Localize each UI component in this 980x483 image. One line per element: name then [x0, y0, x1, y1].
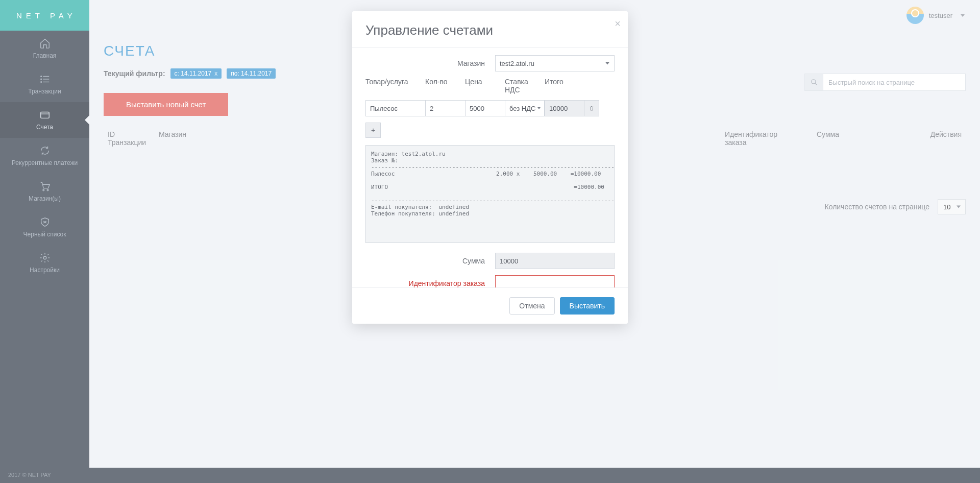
- add-row-button[interactable]: +: [365, 123, 381, 138]
- invoice-preview: [365, 145, 615, 243]
- sum-label: Сумма: [365, 257, 495, 265]
- shop-label: Магазин: [365, 59, 495, 67]
- delete-row-button[interactable]: [584, 100, 599, 116]
- product-input[interactable]: [365, 100, 425, 116]
- qty-input[interactable]: [425, 100, 465, 116]
- modal-close-icon[interactable]: ×: [615, 18, 621, 29]
- modal-title: Управление счетами: [365, 22, 615, 38]
- sum-input: [495, 253, 615, 269]
- cancel-button[interactable]: Отмена: [509, 297, 554, 315]
- submit-button[interactable]: Выставить: [560, 297, 615, 315]
- row-total: [545, 100, 584, 116]
- order-id-input[interactable]: [495, 275, 615, 287]
- order-id-label: Идентификатор заказа: [365, 279, 495, 287]
- modal-body[interactable]: Магазин test2.atol.ru Товар/услуга Кол-в…: [352, 47, 628, 287]
- modal-overlay[interactable]: × Управление счетами Магазин test2.atol.…: [0, 0, 980, 483]
- modal-footer: Отмена Выставить: [352, 287, 628, 324]
- vat-select[interactable]: без НДС: [505, 100, 545, 116]
- items-grid-head: Товар/услуга Кол-во Цена СтавкаНДС Итого: [365, 78, 615, 94]
- price-input[interactable]: [465, 100, 505, 116]
- modal-header: Управление счетами: [352, 11, 628, 47]
- item-row: без НДС: [365, 100, 615, 116]
- shop-select[interactable]: test2.atol.ru: [495, 55, 615, 71]
- invoice-modal: × Управление счетами Магазин test2.atol.…: [352, 11, 628, 324]
- trash-icon: [589, 105, 595, 111]
